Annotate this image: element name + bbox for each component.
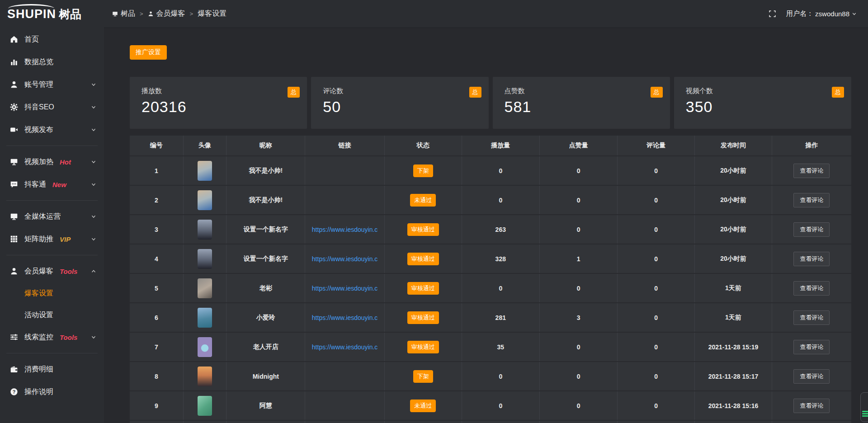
breadcrumb-label: 树品: [121, 9, 135, 19]
cell-actions: 查看评论: [772, 273, 851, 303]
cell-plays: 0: [462, 156, 539, 185]
avatar: [198, 337, 212, 357]
cell-link: [305, 420, 385, 423]
view-comments-button[interactable]: 查看评论: [793, 281, 830, 296]
avatar: [198, 220, 212, 240]
cell-status: [384, 420, 462, 423]
sidebar-divider: [6, 255, 98, 255]
user-menu[interactable]: 用户名：zswodun88: [786, 9, 857, 18]
view-comments-button[interactable]: 查看评论: [793, 193, 830, 207]
sliders-icon: [10, 333, 18, 341]
cell-id: 5: [130, 273, 183, 303]
sidebar-item-线索监控[interactable]: 线索监控Tools: [0, 326, 104, 348]
status-badge: 审核通过: [407, 253, 439, 265]
cell-id: 8: [130, 362, 183, 391]
sidebar-subitem-爆客设置[interactable]: 爆客设置: [0, 282, 104, 304]
sidebar-item-矩阵助推[interactable]: 矩阵助推VIP: [0, 228, 104, 250]
cell-link[interactable]: https://www.iesdouyin.c: [305, 332, 385, 362]
view-comments-button[interactable]: 查看评论: [793, 222, 830, 237]
sidebar-item-label: 矩阵助推: [24, 235, 53, 244]
cell-status: 审核通过: [384, 273, 462, 303]
avatar: [198, 367, 212, 386]
sidebar-item-操作说明[interactable]: ?操作说明: [0, 381, 104, 403]
avatar: [198, 249, 212, 269]
cell-likes: 0: [539, 391, 617, 420]
cell-time: 20小时前: [695, 185, 772, 215]
breadcrumb-item-爆客设置[interactable]: 爆客设置: [198, 9, 226, 19]
stat-label: 评论数: [323, 87, 488, 95]
view-comments-button[interactable]: 查看评论: [793, 310, 830, 325]
breadcrumb-label: 爆客设置: [198, 9, 226, 19]
table-header-row: 编号头像昵称链接状态播放量点赞量评论量发布时间操作: [130, 136, 851, 156]
cell-comments: 0: [618, 332, 695, 362]
sidebar-item-首页[interactable]: 首页: [0, 28, 104, 51]
app-logo[interactable]: SHUPIN 树品: [0, 0, 104, 28]
view-comments-button[interactable]: 查看评论: [793, 252, 830, 266]
stat-label: 播放数: [142, 87, 307, 95]
cell-nickname: 老彬: [226, 273, 305, 303]
sidebar-item-视频发布[interactable]: 视频发布: [0, 118, 104, 141]
sidebar-item-抖客通[interactable]: 抖客通New: [0, 173, 104, 196]
sidebar-item-label: 会员爆客: [24, 267, 53, 276]
sidebar-item-数据总览[interactable]: 数据总览: [0, 51, 104, 73]
cell-link[interactable]: https://www.iesdouyin.c: [305, 244, 385, 273]
table-header-状态: 状态: [384, 136, 462, 156]
sidebar-item-全媒体运营[interactable]: 全媒体运营: [0, 205, 104, 228]
cell-actions: [772, 420, 851, 423]
fullscreen-icon[interactable]: [769, 10, 776, 18]
user-icon: [10, 80, 18, 89]
topbar: 树品>会员爆客>爆客设置 用户名：zswodun88: [104, 0, 868, 28]
cell-nickname: 老人开店: [226, 332, 305, 362]
sidebar-item-badge: New: [52, 181, 66, 188]
table-header-昵称: 昵称: [226, 136, 305, 156]
table-header-播放量: 播放量: [462, 136, 539, 156]
breadcrumb-item-树品[interactable]: 树品: [112, 9, 135, 19]
table-row: 2我不是小帅!未通过00020小时前查看评论: [130, 185, 851, 215]
avatar: [198, 396, 212, 416]
sidebar-item-label: 线索监控: [24, 333, 53, 342]
sidebar-item-抖音SEO[interactable]: 抖音SEO: [0, 96, 104, 118]
table-header-编号: 编号: [130, 136, 183, 156]
cell-nickname: 阿慧: [226, 391, 305, 420]
cell-avatar: [183, 391, 226, 420]
sidebar-subitem-活动设置[interactable]: 活动设置: [0, 304, 104, 326]
cell-nickname: 我不是小帅!: [226, 185, 305, 215]
promo-settings-button[interactable]: 推广设置: [130, 45, 167, 60]
cell-likes: 0: [539, 215, 617, 244]
chevron-down-icon: [90, 104, 97, 110]
cell-link[interactable]: https://www.iesdouyin.c: [305, 215, 385, 244]
breadcrumb-item-会员爆客[interactable]: 会员爆客: [148, 9, 185, 19]
cell-nickname: 设置一个新名字: [226, 244, 305, 273]
view-comments-button[interactable]: 查看评论: [793, 369, 830, 384]
view-comments-button[interactable]: 查看评论: [793, 164, 830, 178]
cell-status: 审核通过: [384, 244, 462, 273]
scroll-widget[interactable]: [860, 392, 868, 422]
monitor-icon: [112, 11, 118, 17]
stat-total-badge: 总: [832, 87, 844, 98]
sidebar-item-会员爆客[interactable]: 会员爆客Tools: [0, 260, 104, 282]
view-comments-button[interactable]: 查看评论: [793, 399, 830, 413]
cell-actions: 查看评论: [772, 244, 851, 273]
grid-icon: [10, 235, 18, 243]
username-value: zswodun88: [815, 10, 849, 18]
view-comments-button[interactable]: 查看评论: [793, 340, 830, 354]
sidebar-item-label: 数据总览: [24, 57, 53, 67]
cell-time: 20小时前: [695, 244, 772, 273]
cell-link[interactable]: https://www.iesdouyin.c: [305, 303, 385, 332]
sidebar-item-视频加热[interactable]: 视频加热Hot: [0, 150, 104, 173]
table-row: 7老人开店https://www.iesdouyin.c审核通过35002021…: [130, 332, 851, 362]
scroll-widget-bar: [862, 411, 868, 412]
cell-plays: 281: [462, 303, 539, 332]
videos-table: 编号头像昵称链接状态播放量点赞量评论量发布时间操作 1我不是小帅!下架00020…: [130, 136, 851, 423]
chart-icon: [10, 58, 18, 66]
cell-link[interactable]: https://www.iesdouyin.c: [305, 273, 385, 303]
stat-card-点赞数: 点赞数581总: [493, 77, 670, 129]
user-icon: [10, 267, 18, 275]
sidebar-item-账号管理[interactable]: 账号管理: [0, 73, 104, 96]
cell-likes: [539, 420, 617, 423]
question-icon: ?: [10, 388, 18, 396]
sidebar-item-label: 视频加热: [24, 157, 53, 167]
sidebar-item-消费明细[interactable]: 消费明细: [0, 358, 104, 381]
cell-status: 未通过: [384, 391, 462, 420]
sidebar-item-label: 抖客通: [24, 180, 46, 189]
